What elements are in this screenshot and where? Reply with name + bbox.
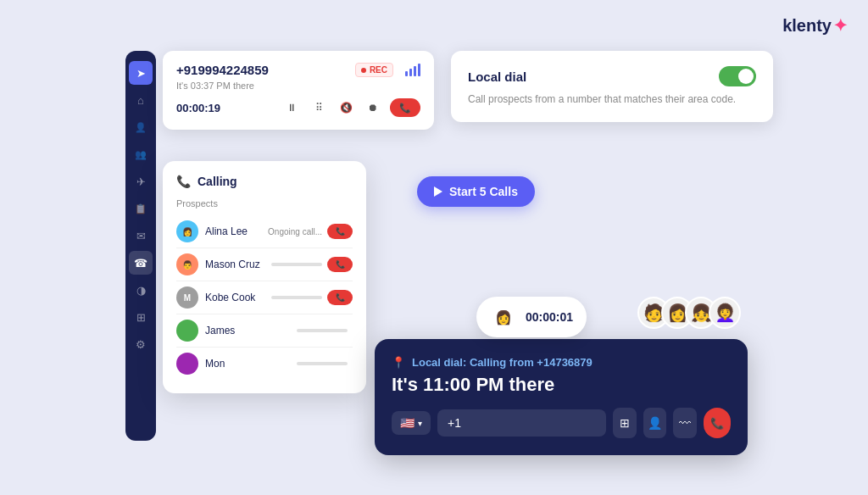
timer-display: 👩 00:00:01	[476, 297, 587, 337]
chevron-down-icon: ▾	[418, 419, 422, 428]
start-calls-label: Start 5 Calls	[449, 185, 518, 198]
prospect-avatar-james	[176, 320, 198, 342]
sidebar-icon-clipboard[interactable]: 📋	[129, 197, 153, 220]
local-dial-title: Local dial	[468, 70, 526, 84]
waveform-button[interactable]: 〰	[673, 408, 697, 438]
signal-bar-3	[414, 66, 416, 76]
prospect-name-alina: Alina Lee	[205, 225, 268, 237]
prospect-name-kobe: Kobe Cook	[205, 292, 271, 303]
prospect-end-kobe[interactable]: 📞	[327, 290, 353, 305]
start-calls-button[interactable]: Start 5 Calls	[417, 176, 535, 207]
sidebar-icon-users[interactable]: 👥	[129, 142, 153, 166]
prospects-label: Prospects	[176, 198, 353, 209]
klenty-accent-icon: ✦	[833, 15, 848, 36]
sidebar-icon-settings[interactable]: ⚙	[129, 332, 153, 356]
sidebar-icon-contacts[interactable]: 👤	[129, 115, 153, 139]
rec-badge: REC	[355, 63, 393, 77]
prospect-end-mason[interactable]: 📞	[327, 257, 353, 272]
signal-bar-1	[405, 71, 408, 76]
prospect-row-alina: 👩 Alina Lee Ongoing call... 📞	[176, 215, 353, 248]
local-dial-toggle[interactable]	[719, 66, 756, 86]
prospect-status-bar-kobe	[271, 296, 322, 299]
play-icon	[434, 186, 442, 197]
mute-button[interactable]: 🔇	[336, 97, 356, 118]
sidebar: ➤ ⌂ 👤 👥 ✈ 📋 ✉ ☎ ◑ ⊞ ⚙	[125, 51, 156, 441]
active-call-card: +919994224859 REC It's 03:37 PM there 00…	[163, 51, 434, 130]
local-dial-description: Call prospects from a number that matche…	[468, 92, 756, 107]
prospect-status-alina: Ongoing call...	[268, 227, 322, 236]
klenty-logo: klenty ✦	[782, 15, 848, 36]
prospect-row-james: James	[176, 314, 353, 348]
flag-icon: 🇺🇸	[400, 416, 415, 430]
calling-panel: 📞 Calling Prospects 👩 Alina Lee Ongoing …	[163, 161, 366, 393]
prospect-row-mon: Mon	[176, 348, 353, 380]
prospect-status-bar-james	[297, 329, 348, 332]
call-phone-number: +919994224859	[176, 63, 269, 77]
prospect-status-bar-mon	[297, 362, 348, 365]
sidebar-icon-send[interactable]: ✈	[129, 170, 153, 193]
sidebar-icon-phone[interactable]: ☎	[129, 251, 153, 275]
sidebar-icon-grid[interactable]: ⊞	[129, 305, 153, 329]
prospect-name-mon: Mon	[205, 358, 297, 370]
local-dial-calling-label: Local dial: Calling from +14736879	[412, 356, 593, 369]
location-icon: 📍	[392, 356, 405, 369]
phone-icon-calling: 📞	[176, 175, 191, 188]
prospect-avatar-mon	[176, 353, 198, 375]
dial-panel: 📍 Local dial: Calling from +14736879 It'…	[375, 339, 748, 455]
avatar-group: 🧑 👩 👧 👩‍🦱	[637, 297, 741, 329]
sidebar-icon-navigation[interactable]: ➤	[129, 61, 153, 85]
timer-avatar: 👩	[490, 303, 517, 331]
dialpad-button[interactable]: ⠿	[309, 97, 329, 118]
toggle-knob	[738, 69, 754, 84]
prospect-end-alina[interactable]: 📞	[327, 224, 353, 239]
sidebar-icon-analytics[interactable]: ◑	[129, 278, 153, 302]
pause-button[interactable]: ⏸	[281, 97, 302, 118]
rec-dot	[361, 68, 366, 73]
record-button[interactable]: ⏺	[363, 97, 383, 118]
prospect-avatar-alina: 👩	[176, 220, 198, 242]
timer-text: 00:00:01	[526, 310, 573, 324]
flag-select[interactable]: 🇺🇸 ▾	[392, 411, 431, 435]
prospect-name-james: James	[205, 325, 297, 336]
contact-button[interactable]: 👤	[643, 408, 667, 438]
phone-input[interactable]	[437, 409, 606, 437]
keypad-button[interactable]: ⊞	[613, 408, 637, 438]
prospect-status-bar-mason	[271, 263, 322, 266]
calling-title: Calling	[198, 175, 237, 188]
prospect-avatar-kobe: M	[176, 286, 198, 309]
time-there-label: It's 11:00 PM there	[392, 374, 731, 396]
local-dial-card: Local dial Call prospects from a number …	[451, 51, 773, 122]
prospect-row-mason: 👨 Mason Cruz 📞	[176, 248, 353, 281]
call-time-label: It's 03:37 PM there	[176, 81, 420, 91]
sidebar-icon-home[interactable]: ⌂	[129, 88, 153, 112]
dial-end-button[interactable]: 📞	[704, 408, 731, 438]
klenty-text: klenty	[782, 16, 832, 36]
signal-bar-2	[409, 69, 412, 76]
end-call-button[interactable]: 📞	[390, 98, 420, 117]
sidebar-icon-mail[interactable]: ✉	[129, 224, 153, 248]
prospect-name-mason: Mason Cruz	[205, 259, 271, 270]
call-controls: ⏸ ⠿ 🔇 ⏺ 📞	[281, 97, 420, 118]
avatar-group-item-4: 👩‍🦱	[709, 297, 741, 329]
prospect-row-kobe: M Kobe Cook 📞	[176, 281, 353, 314]
prospect-avatar-mason: 👨	[176, 253, 198, 275]
call-timer: 00:00:19	[176, 102, 220, 114]
signal-bars	[405, 64, 420, 76]
main-content: +919994224859 REC It's 03:37 PM there 00…	[163, 51, 851, 444]
signal-bar-4	[418, 64, 420, 76]
